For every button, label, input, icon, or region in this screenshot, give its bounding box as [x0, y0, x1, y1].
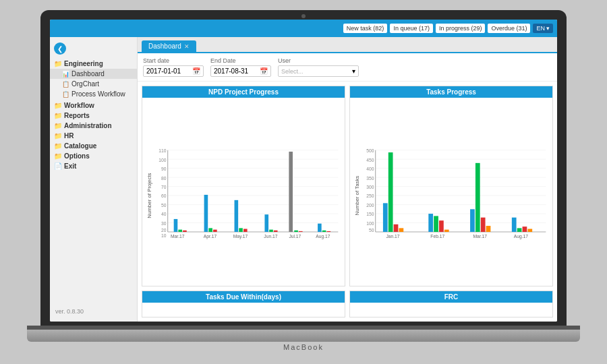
svg-rect-33 — [269, 230, 273, 232]
sidebar-engineering: 📁 Engineering 📊 Dashboard 📋 OrgChart — [50, 57, 137, 100]
svg-text:30: 30 — [161, 221, 167, 226]
svg-text:May.17: May.17 — [233, 234, 248, 239]
badge-in-queue[interactable]: In queue (17) — [390, 24, 433, 33]
svg-text:450: 450 — [366, 158, 374, 162]
chart-tasks-body: Number of Tasks — [350, 98, 552, 286]
badge-in-progress[interactable]: In progress (29) — [436, 24, 486, 33]
sidebar-toggle[interactable]: ❮ — [54, 42, 66, 55]
svg-rect-80 — [486, 226, 491, 232]
svg-rect-83 — [523, 226, 527, 232]
camera — [301, 14, 306, 18]
svg-text:300: 300 — [366, 185, 374, 189]
svg-text:110: 110 — [158, 148, 166, 153]
svg-text:250: 250 — [366, 193, 374, 198]
screen: New task (82) In queue (17) In progress … — [50, 20, 557, 322]
svg-text:50: 50 — [161, 203, 167, 208]
svg-text:10: 10 — [161, 233, 167, 238]
svg-text:100: 100 — [158, 158, 166, 162]
svg-rect-27 — [208, 228, 212, 232]
svg-text:Aug.17: Aug.17 — [514, 234, 529, 239]
svg-text:90: 90 — [161, 166, 167, 171]
svg-text:Number of Projects: Number of Projects — [146, 173, 152, 218]
svg-text:Jul.17: Jul.17 — [289, 234, 301, 239]
svg-text:150: 150 — [366, 212, 374, 216]
svg-rect-76 — [444, 230, 449, 232]
svg-rect-31 — [243, 229, 248, 232]
user-label: User — [278, 57, 359, 64]
calendar-icon[interactable]: 📅 — [192, 67, 200, 75]
sidebar-item-process-workflow[interactable]: 📋 Process Workflow — [50, 89, 137, 99]
svg-rect-30 — [239, 228, 243, 232]
tab-close-icon[interactable]: ✕ — [184, 43, 190, 50]
svg-rect-81 — [512, 218, 517, 232]
app: New task (82) In queue (17) In progress … — [50, 20, 557, 322]
svg-text:Jun.17: Jun.17 — [264, 234, 277, 239]
svg-text:Feb.17: Feb.17 — [430, 234, 444, 239]
svg-rect-39 — [322, 231, 326, 232]
start-date-group: Start date 2017-01-01 📅 — [143, 57, 204, 77]
version-label: ver. 0.8.30 — [50, 304, 137, 319]
sidebar-group-hr[interactable]: 📁 HR — [50, 131, 137, 141]
svg-text:200: 200 — [366, 203, 374, 208]
sidebar-group-engineering[interactable]: 📁 Engineering — [50, 59, 137, 69]
start-date-label: Start date — [143, 57, 204, 64]
svg-text:Aug.17: Aug.17 — [316, 234, 330, 239]
language-selector[interactable]: EN ▾ — [533, 24, 553, 33]
badge-overdue[interactable]: Overdue (31) — [488, 24, 530, 33]
svg-rect-70 — [388, 152, 393, 232]
svg-rect-25 — [183, 231, 187, 232]
charts-top-row: NPD Project Progress Number of Projects — [142, 86, 553, 286]
sidebar-group-reports[interactable]: 📁 Reports — [50, 111, 137, 121]
svg-rect-75 — [439, 220, 444, 232]
topbar: New task (82) In queue (17) In progress … — [50, 20, 557, 37]
svg-rect-29 — [235, 200, 239, 232]
svg-text:Apr.17: Apr.17 — [204, 234, 217, 239]
svg-rect-26 — [204, 195, 208, 232]
tab-bar: Dashboard ✕ — [138, 37, 557, 53]
svg-text:Mar.17: Mar.17 — [473, 234, 487, 239]
dropdown-icon: ▾ — [352, 67, 355, 75]
svg-rect-79 — [481, 218, 486, 232]
svg-rect-36 — [294, 231, 298, 232]
chart-tasks-title: Tasks Progress — [350, 86, 552, 98]
badge-new-task[interactable]: New task (82) — [343, 24, 388, 33]
chart-tasks-due-title: Tasks Due Within(days) — [142, 291, 345, 303]
filter-bar: Start date 2017-01-01 📅 End Date 2017-08… — [138, 53, 557, 82]
svg-text:400: 400 — [366, 166, 374, 171]
svg-rect-72 — [399, 228, 404, 232]
user-select[interactable]: Select... ▾ — [278, 65, 359, 77]
svg-rect-37 — [299, 231, 303, 232]
chart-npd-body: Number of Projects — [142, 98, 345, 286]
sidebar-item-dashboard[interactable]: 📊 Dashboard — [50, 69, 137, 79]
svg-text:Jan.17: Jan.17 — [386, 234, 399, 239]
svg-rect-82 — [517, 228, 522, 232]
sidebar-group-workflow[interactable]: 📁 Workflow — [50, 100, 137, 111]
chart-tasks: Tasks Progress Number of Tasks — [349, 86, 553, 286]
sidebar-group-catalogue[interactable]: 📁 Catalogue — [50, 141, 137, 151]
sidebar-item-exit[interactable]: 📄 Exit — [50, 161, 137, 171]
svg-text:20: 20 — [161, 228, 167, 233]
svg-rect-38 — [318, 224, 322, 232]
sidebar: ❮ 📁 Engineering 📊 Dashboard � — [50, 37, 138, 322]
end-date-input[interactable]: 2017-08-31 📅 — [210, 65, 271, 77]
svg-rect-40 — [327, 231, 331, 232]
svg-rect-73 — [428, 214, 433, 232]
chart-npd: NPD Project Progress Number of Projects — [142, 86, 345, 286]
svg-rect-69 — [383, 203, 388, 232]
svg-rect-84 — [527, 229, 532, 232]
svg-text:100: 100 — [366, 221, 374, 226]
sidebar-group-options[interactable]: 📁 Options — [50, 151, 137, 161]
svg-text:80: 80 — [161, 176, 167, 181]
user-group: User Select... ▾ — [278, 57, 359, 77]
svg-rect-35 — [289, 152, 293, 232]
calendar-icon-2[interactable]: 📅 — [260, 67, 268, 75]
start-date-input[interactable]: 2017-01-01 📅 — [143, 65, 204, 77]
svg-rect-24 — [178, 230, 182, 232]
end-date-label: End Date — [210, 57, 271, 64]
svg-text:70: 70 — [161, 185, 167, 189]
base — [27, 330, 580, 342]
sidebar-item-orgchart[interactable]: 📋 OrgChart — [50, 79, 137, 89]
macbook-shell: New task (82) In queue (17) In progress … — [27, 10, 580, 354]
tab-dashboard[interactable]: Dashboard ✕ — [142, 40, 196, 52]
sidebar-group-administration[interactable]: 📁 Administration — [50, 121, 137, 131]
